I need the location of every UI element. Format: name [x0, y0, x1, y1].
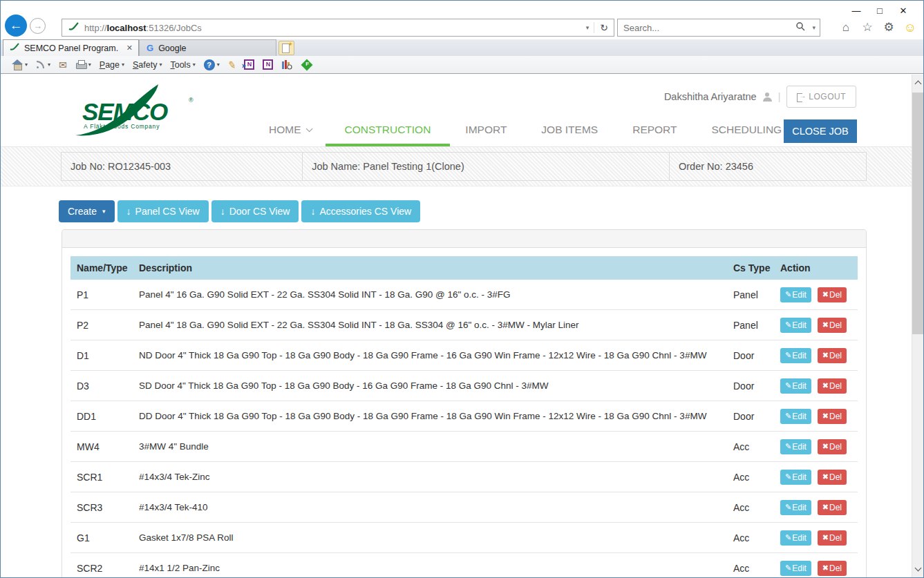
delete-button[interactable]: ✖Del — [818, 439, 847, 454]
job-info-strip: Job No: RO12345-003 Job Name: Panel Test… — [1, 147, 913, 186]
user-name: Dakshitha Ariyaratne — [664, 91, 757, 102]
tab-close-icon[interactable]: ✕ — [121, 44, 138, 52]
browser-window: ← → http://localhost:51326/JobCs ▾ ↻ ▾ —… — [0, 0, 924, 578]
nav-construction[interactable]: CONSTRUCTION — [326, 124, 451, 146]
edit-button[interactable]: ✎Edit — [780, 561, 811, 576]
back-button[interactable]: ← — [5, 15, 27, 37]
create-button[interactable]: Create▾ — [59, 200, 115, 222]
row-cs-type: Acc — [733, 563, 780, 574]
home-icon[interactable]: ⌂ — [837, 19, 855, 36]
logo-subtitle: A Fläkt Woods Company — [84, 123, 160, 130]
new-tab-button[interactable]: ✦ — [279, 41, 294, 55]
search-input[interactable] — [618, 23, 795, 33]
delete-button[interactable]: ✖Del — [818, 409, 847, 424]
edit-button[interactable]: ✎Edit — [780, 409, 811, 424]
nav-scheduling[interactable]: SCHEDULING — [712, 124, 782, 146]
tab-google[interactable]: G Google — [139, 39, 276, 56]
delete-button[interactable]: ✖Del — [818, 287, 847, 302]
onenote-linked-notes-button[interactable]: ✎ — [224, 57, 241, 73]
nav-home[interactable]: HOME — [269, 124, 310, 146]
feedback-smiley-icon[interactable]: ☺ — [901, 19, 919, 36]
scroll-up-button[interactable] — [912, 77, 924, 90]
search-icon[interactable] — [795, 21, 805, 34]
tools-menu[interactable]: Tools▾ — [166, 57, 199, 73]
user-icon — [763, 93, 772, 102]
row-description: Gasket 1x7/8 PSA Roll — [133, 532, 733, 543]
address-bar[interactable]: http://localhost:51326/JobCs ▾ ↻ — [62, 19, 614, 37]
addon-button[interactable]: F — [296, 57, 317, 73]
address-dropdown-icon[interactable]: ▾ — [581, 24, 594, 31]
nav-job-items[interactable]: JOB ITEMS — [541, 124, 598, 146]
close-job-button[interactable]: CLOSE JOB — [784, 119, 857, 143]
scrollbar-thumb[interactable] — [912, 93, 924, 334]
header-description: Description — [133, 262, 733, 273]
send-to-onenote-button[interactable]: ➤N — [240, 57, 258, 73]
forward-button[interactable]: → — [30, 18, 46, 34]
logout-button[interactable]: LOGOUT — [786, 86, 856, 108]
delete-button[interactable]: ✖Del — [818, 348, 847, 363]
delete-button[interactable]: ✖Del — [818, 561, 847, 576]
accessories-cs-view-button[interactable]: ↓Accessories CS View — [301, 200, 420, 222]
edit-button[interactable]: ✎Edit — [780, 348, 811, 363]
command-bar: ▾ ▾ ✉ ▾ Page▾ Safety▾ Tools▾ ?▾ ✎ ➤N N F — [1, 56, 923, 74]
row-description: ND Door 4" Thick 18 Ga G90 Top - 18 Ga G… — [133, 350, 733, 360]
research-button[interactable] — [277, 57, 296, 73]
window-controls: — □ ✕ — [845, 3, 915, 19]
delete-button[interactable]: ✖Del — [818, 470, 847, 485]
delete-button[interactable]: ✖Del — [818, 530, 847, 546]
x-icon: ✖ — [822, 290, 829, 299]
x-icon: ✖ — [822, 503, 829, 512]
download-icon: ↓ — [126, 206, 131, 217]
favorites-star-icon[interactable]: ☆ — [858, 19, 876, 36]
edit-button[interactable]: ✎Edit — [780, 470, 811, 485]
maximize-button[interactable]: □ — [868, 3, 892, 19]
delete-button[interactable]: ✖Del — [818, 318, 847, 333]
pencil-icon: ✎ — [785, 563, 791, 572]
panel-cs-view-button[interactable]: ↓Panel CS View — [117, 200, 209, 222]
pencil-icon: ✎ — [785, 290, 791, 299]
caret-icon: ▾ — [122, 61, 124, 68]
vertical-scrollbar[interactable] — [912, 75, 923, 577]
caret-icon: ▾ — [159, 61, 162, 68]
print-menu-button[interactable]: ▾ — [71, 57, 95, 73]
onenote-button[interactable]: N — [258, 57, 277, 73]
edit-button[interactable]: ✎Edit — [780, 318, 811, 333]
row-actions: ✎Edit ✖Del — [780, 378, 858, 394]
onenote-icon: N — [263, 59, 273, 70]
x-icon: ✖ — [822, 563, 829, 572]
delete-button[interactable]: ✖Del — [818, 500, 847, 515]
edit-button[interactable]: ✎Edit — [780, 500, 811, 515]
nav-import[interactable]: IMPORT — [465, 124, 507, 146]
close-button[interactable]: ✕ — [892, 3, 915, 19]
table-row: SCR1 #14x3/4 Tek-Zinc Acc ✎Edit ✖Del — [70, 462, 858, 492]
edit-button[interactable]: ✎Edit — [780, 287, 811, 302]
page-menu[interactable]: Page▾ — [95, 57, 129, 73]
logout-icon — [797, 93, 804, 101]
row-cs-type: Panel — [733, 320, 780, 331]
edit-button[interactable]: ✎Edit — [780, 378, 811, 394]
caret-icon: ▾ — [193, 61, 196, 68]
search-dropdown-icon[interactable]: ▾ — [808, 24, 820, 31]
refresh-icon[interactable]: ↻ — [594, 22, 614, 33]
edit-button[interactable]: ✎Edit — [780, 530, 811, 546]
delete-button[interactable]: ✖Del — [818, 378, 847, 394]
minimize-button[interactable]: — — [845, 3, 868, 19]
x-icon: ✖ — [822, 381, 829, 390]
row-cs-type: Acc — [733, 532, 780, 543]
help-menu[interactable]: ?▾ — [200, 57, 224, 73]
row-actions: ✎Edit ✖Del — [780, 348, 858, 363]
job-name: Job Name: Panel Testing 1(Clone) — [303, 153, 670, 180]
read-mail-button[interactable]: ✉ — [55, 57, 71, 73]
door-cs-view-button[interactable]: ↓Door CS View — [211, 200, 299, 222]
row-name-type: D3 — [70, 380, 133, 392]
row-cs-type: Door — [733, 411, 780, 422]
edit-button[interactable]: ✎Edit — [780, 439, 811, 454]
safety-menu[interactable]: Safety▾ — [129, 57, 166, 73]
scroll-down-button[interactable] — [912, 563, 924, 576]
home-menu-button[interactable]: ▾ — [8, 57, 32, 73]
feeds-menu-button[interactable]: ▾ — [32, 57, 55, 73]
tab-semco[interactable]: SEMCO Panel Program. ✕ — [3, 39, 139, 56]
row-actions: ✎Edit ✖Del — [780, 439, 858, 454]
nav-report[interactable]: REPORT — [632, 124, 677, 146]
settings-gear-icon[interactable]: ⚙ — [880, 19, 898, 36]
